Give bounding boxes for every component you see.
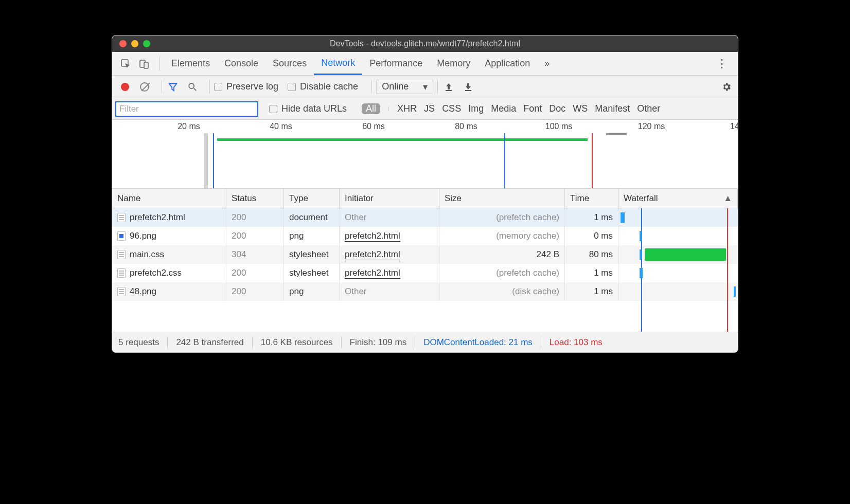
status-requests: 5 requests [118, 337, 159, 348]
record-button[interactable] [118, 83, 132, 91]
filter-type-doc[interactable]: Doc [549, 103, 565, 114]
tab-network[interactable]: Network [314, 52, 362, 75]
network-toolbar: Preserve log Disable cache Online ▾ [112, 76, 738, 98]
clear-button[interactable] [138, 82, 151, 92]
table-row[interactable]: 48.png200pngOther(disk cache)1 ms [112, 282, 738, 301]
tab-memory[interactable]: Memory [430, 52, 477, 75]
request-status: 200 [226, 282, 284, 301]
th-status[interactable]: Status [226, 189, 284, 208]
tab-elements[interactable]: Elements [164, 52, 217, 75]
requests-table: Name Status Type Initiator Size Time Wat… [112, 189, 738, 332]
search-icon[interactable] [186, 82, 199, 92]
document-file-icon [117, 268, 126, 278]
request-initiator[interactable]: prefetch2.html [340, 264, 439, 282]
maximize-window-icon[interactable] [143, 40, 150, 47]
filter-type-other[interactable]: Other [637, 103, 660, 114]
request-type: stylesheet [284, 245, 340, 264]
request-size: 242 B [439, 245, 565, 264]
tabs-overflow-icon[interactable]: » [537, 52, 557, 75]
panel-tabs: ElementsConsoleSourcesNetworkPerformance… [112, 52, 738, 76]
filter-type-ws[interactable]: WS [573, 103, 588, 114]
filter-type-img[interactable]: Img [468, 103, 484, 114]
request-type: png [284, 227, 340, 245]
request-type: png [284, 282, 340, 301]
hide-data-urls-checkbox[interactable]: Hide data URLs [269, 103, 347, 114]
request-initiator: Other [340, 282, 439, 301]
filter-type-font[interactable]: Font [523, 103, 542, 114]
tab-sources[interactable]: Sources [265, 52, 314, 75]
tab-performance[interactable]: Performance [362, 52, 430, 75]
preserve-log-label: Preserve log [226, 81, 278, 92]
overview-request-bar [217, 138, 588, 141]
request-initiator[interactable]: prefetch2.html [340, 245, 439, 264]
menu-kebab-icon[interactable]: ⋮ [710, 57, 734, 70]
request-size: (prefetch cache) [439, 264, 565, 282]
svg-line-4 [194, 88, 197, 91]
table-row[interactable]: prefetch2.css200stylesheetprefetch2.html… [112, 264, 738, 282]
overview-tick: 120 ms [638, 122, 665, 131]
request-initiator[interactable]: prefetch2.html [340, 227, 439, 245]
timeline-overview[interactable]: 20 ms40 ms60 ms80 ms100 ms120 ms14 [112, 120, 738, 189]
chevron-down-icon: ▾ [423, 81, 428, 93]
th-type[interactable]: Type [284, 189, 340, 208]
request-status: 200 [226, 208, 284, 227]
overview-tick: 20 ms [178, 122, 200, 131]
settings-gear-icon[interactable] [721, 82, 732, 92]
request-initiator: Other [340, 208, 439, 227]
request-type: document [284, 208, 340, 227]
filter-icon[interactable] [166, 82, 180, 92]
download-har-icon[interactable] [462, 82, 475, 92]
filter-type-css[interactable]: CSS [442, 103, 461, 114]
request-waterfall [618, 264, 738, 282]
disable-cache-label: Disable cache [300, 81, 358, 92]
request-time: 1 ms [565, 282, 618, 301]
th-time[interactable]: Time [565, 189, 618, 208]
status-resources: 10.6 KB resources [261, 337, 333, 348]
upload-har-icon[interactable] [442, 82, 455, 92]
hide-data-urls-label: Hide data URLs [281, 103, 347, 114]
svg-rect-6 [465, 90, 471, 91]
svg-rect-5 [446, 90, 452, 91]
minimize-window-icon[interactable] [131, 40, 138, 47]
disable-cache-checkbox[interactable]: Disable cache [288, 81, 358, 92]
request-waterfall [618, 208, 738, 227]
request-name: 48.png [130, 286, 156, 297]
th-name[interactable]: Name [112, 189, 226, 208]
close-window-icon[interactable] [119, 40, 127, 47]
filter-type-xhr[interactable]: XHR [397, 103, 417, 114]
preserve-log-checkbox[interactable]: Preserve log [214, 81, 278, 92]
request-status: 200 [226, 227, 284, 245]
filter-type-manifest[interactable]: Manifest [595, 103, 630, 114]
device-toolbar-icon[interactable] [137, 57, 151, 71]
inspect-element-icon[interactable] [118, 57, 133, 71]
filter-input[interactable]: Filter [115, 101, 258, 117]
svg-point-3 [189, 83, 194, 88]
filter-type-all[interactable]: All [362, 103, 380, 114]
throttling-select[interactable]: Online ▾ [376, 80, 433, 94]
image-file-icon [117, 287, 126, 296]
request-name: prefetch2.css [130, 268, 182, 278]
th-initiator[interactable]: Initiator [340, 189, 439, 208]
th-waterfall[interactable]: Waterfall▲ [618, 189, 738, 208]
overview-tick: 100 ms [545, 122, 572, 131]
request-time: 0 ms [565, 227, 618, 245]
table-row[interactable]: 96.png200pngprefetch2.html(memory cache)… [112, 227, 738, 245]
table-row[interactable]: main.css304stylesheetprefetch2.html242 B… [112, 245, 738, 264]
filter-type-media[interactable]: Media [491, 103, 516, 114]
tab-application[interactable]: Application [477, 52, 537, 75]
filter-type-js[interactable]: JS [424, 103, 435, 114]
devtools-window: DevTools - devtools.glitch.me/wndt77/pre… [112, 35, 738, 353]
request-type: stylesheet [284, 264, 340, 282]
overview-tick: 60 ms [362, 122, 385, 131]
th-size[interactable]: Size [439, 189, 565, 208]
request-waterfall [618, 227, 738, 245]
overview-request-bar [606, 133, 627, 135]
overview-load-line [592, 133, 593, 188]
status-bar: 5 requests 242 B transferred 10.6 KB res… [112, 332, 738, 352]
request-size: (memory cache) [439, 227, 565, 245]
tab-console[interactable]: Console [217, 52, 265, 75]
request-size: (prefetch cache) [439, 208, 565, 227]
request-status: 200 [226, 264, 284, 282]
overview-handle-left[interactable] [204, 133, 208, 188]
table-row[interactable]: prefetch2.html200documentOther(prefetch … [112, 208, 738, 227]
